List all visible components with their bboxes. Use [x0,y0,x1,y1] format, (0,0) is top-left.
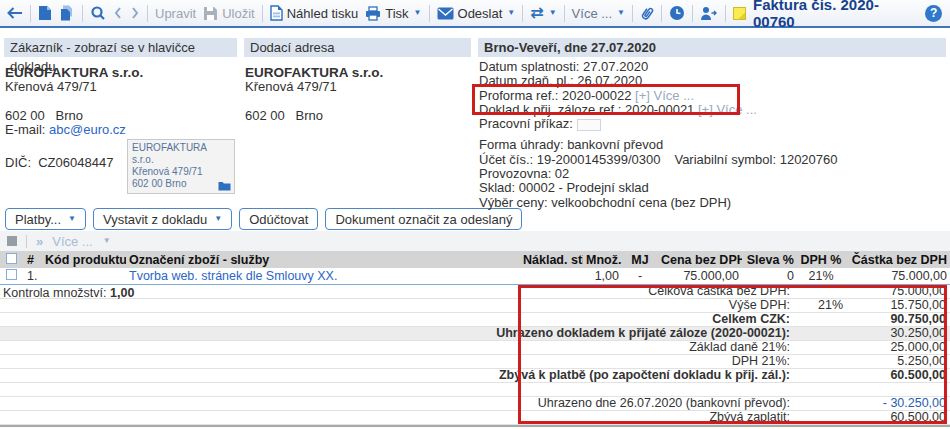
stop-square-icon[interactable] [7,236,17,246]
col-header-desc: Označení zboží - služby [126,251,520,268]
payments-button[interactable]: Platby...▼ [5,208,86,230]
work-order-field[interactable] [577,119,601,131]
toolbar-separator [725,5,726,22]
chevron-left-icon [113,6,123,20]
prev-record-button[interactable] [113,6,123,20]
help-icon[interactable]: ? [925,5,942,22]
paperclip-icon [640,5,654,21]
save-button[interactable]: Uložit [203,6,255,21]
items-more-button[interactable]: Více ... [52,234,92,249]
customer-block-header: Zákazník - zobrazí se v hlavičce dokladu [4,38,237,57]
unpost-button[interactable]: Odúčtovat [239,208,318,230]
quantity-check: Kontrola množství: 1,00 [3,286,134,300]
total-row-remaining-to-pay: Zbývá zaplatit: 60.500,00 [0,411,950,425]
advance-doc-ref-line: Doklad k přij. záloze ref.: 2020-00021 [… [479,103,946,117]
print-preview-button[interactable]: Náhled tisku [270,5,359,21]
customer-email-link[interactable]: abc@euro.cz [49,122,126,137]
print-button[interactable]: Tisk ▼ [365,6,421,21]
proforma-ref-line: Proforma ref.: 2020-00022 [+] Více ... [479,89,946,103]
edit-button[interactable]: Upravit [155,6,196,21]
col-header-qty: Množ. [583,251,622,268]
account-number-text: Účet čís.: 19-2000145399/0300 [479,152,660,167]
print-label: Tisk [385,6,408,21]
toolbar-separator [661,5,662,22]
toolbar-separator [564,5,565,22]
quantity-check-value: 1,00 [110,286,134,300]
item-vat: 21% [797,268,845,284]
main-toolbar: Upravit Uložit Náhled tisku Tisk ▼ Odesl… [0,0,950,28]
col-header-amount: Částka bez DPH [845,251,950,268]
items-more-caret-icon[interactable]: ▼ [103,237,111,245]
total-value: 25.000,00 [860,340,950,354]
back-button[interactable] [6,6,23,20]
customer-dic-value: CZ06048447 [38,155,113,170]
search-icon [90,5,106,21]
toolbar-separator [632,5,633,22]
person-arrow-icon [700,6,718,21]
delivery-address-block: Dodací adresa EUROFAKTURA s.r.o. Křenová… [244,38,471,123]
document-details-block: Brno-Veveří, dne 27.07.2020 Datum splatn… [478,38,946,210]
total-value: 60.500,00 [860,410,950,424]
more-menu-button[interactable]: Více ... ▼ [572,6,625,21]
create-from-document-label: Vystavit z dokladu [103,212,207,227]
total-label: Základ daně 21%: [0,340,790,354]
assign-user-button[interactable] [700,6,718,21]
transfer-dropdown-caret-icon[interactable]: ▼ [549,9,557,17]
next-record-button[interactable] [130,6,140,20]
total-label: DPH 21%: [0,354,790,368]
sticky-note-button[interactable] [733,7,746,20]
select-all-checkbox[interactable] [6,253,17,264]
total-row-remaining-after-advance: Zbývá k platbě (po započtení dokladu k p… [0,369,950,383]
toolbar-separator [522,5,523,22]
customer-street: Křenová 479/71 [5,80,237,94]
folder-icon [218,181,231,191]
total-row-tax-base: Základ daně 21%: 25.000,00 [0,341,950,355]
advance-doc-expand-link[interactable]: [+] [698,102,713,117]
toolbar-separator [262,5,263,22]
print-dropdown-caret-icon[interactable]: ▼ [414,9,422,17]
proforma-more-link[interactable]: Více ... [650,88,694,103]
sub-toolbar-separator [26,235,27,248]
col-header-discount: Sleva % [742,251,797,268]
item-qty: 1,00 [583,268,622,284]
open-customer-folder-button[interactable] [218,181,231,191]
total-row-paid-on-date: Uhrazeno dne 26.07.2020 (bankovní převod… [0,397,950,411]
mark-sent-button[interactable]: Dokument označit za odeslaný [325,208,522,230]
item-unit: - [622,268,658,284]
total-row-vat-amount: Výše DPH: 21% 15.750,00 [0,299,950,313]
total-value: 60.500,00 [860,368,950,382]
proforma-expand-link[interactable]: [+] [635,88,650,103]
document-header-section: Zákazník - zobrazí se v hlavičce dokladu… [0,28,950,208]
due-date-line: Datum splatnosti: 27.07.2020 [479,60,946,74]
send-dropdown-caret-icon[interactable]: ▼ [507,9,515,17]
item-description-link[interactable]: Tvorba web. stránek dle Smlouvy XX. [129,269,337,283]
attachments-button[interactable] [640,5,654,21]
history-button[interactable] [669,5,685,21]
invoice-items-table: # Kód produktu Označení zboží - služby N… [0,251,950,285]
customer-block: Zákazník - zobrazí se v hlavičce dokladu… [4,38,237,171]
send-button[interactable]: Odeslat ▼ [437,6,516,21]
more-menu-caret-icon[interactable]: ▼ [617,9,625,17]
item-num: 1. [24,268,42,284]
search-button[interactable] [90,5,106,21]
advance-doc-ref-text: Doklad k přij. záloze ref.: 2020-00021 [479,102,698,117]
row-checkbox[interactable] [6,269,17,280]
advance-doc-more-link[interactable]: Více ... [713,102,757,117]
copy-document-button[interactable] [59,5,75,21]
toolbar-separator [429,5,430,22]
total-row-advance-paid: Uhrazeno dokladem k přijaté záloze (2020… [0,327,950,341]
quantity-check-label: Kontrola množství: [3,286,110,300]
customer-email-label: E-mail: [5,122,49,137]
transfer-button[interactable]: ⇄ ▼ [530,5,556,21]
create-from-document-caret-icon: ▼ [214,215,222,223]
warehouse-line: Sklad: 00002 - Prodejní sklad [479,181,946,195]
tax-date-line: Datum zdaň. pl.: 26.07.2020 [479,74,946,88]
totals-section: Kontrola množství: 1,00 Celková částka b… [0,285,950,427]
mark-sent-button-label: Dokument označit za odeslaný [335,212,512,227]
variable-symbol-text: Variabilní symbol: 12020760 [674,152,837,167]
new-document-button[interactable] [38,5,52,21]
item-amount: 75.000,00 [845,268,950,284]
print-preview-label: Náhled tisku [287,6,359,21]
document-place-date-header: Brno-Veveří, dne 27.07.2020 [478,38,946,57]
create-from-document-button[interactable]: Vystavit z dokladu▼ [93,208,232,230]
